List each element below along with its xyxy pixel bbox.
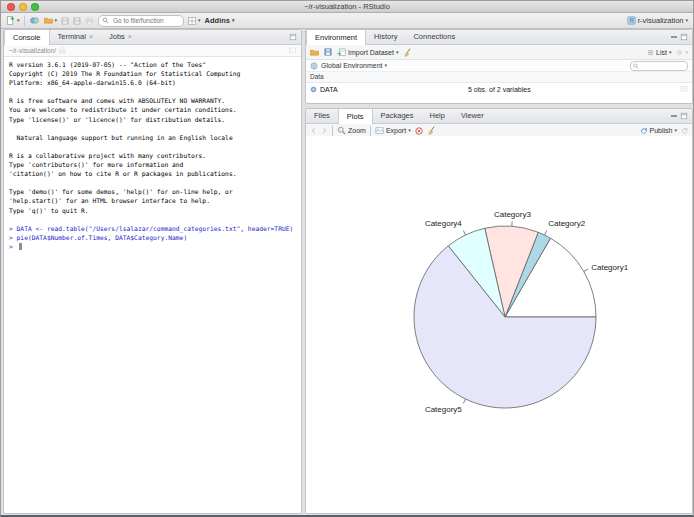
close-window-button[interactable] — [7, 3, 15, 11]
pie-label-tick — [544, 231, 546, 236]
remove-plot-button[interactable] — [415, 127, 423, 135]
pane-buttons — [671, 109, 692, 123]
tab-jobs[interactable]: Jobs × — [101, 30, 140, 44]
console-output[interactable]: R version 3.6.1 (2019-07-05) -- "Action … — [4, 57, 301, 254]
load-workspace-button[interactable] — [310, 48, 319, 57]
export-plot-button[interactable]: Export ▾ — [375, 126, 411, 135]
tab-console[interactable]: Console — [4, 30, 50, 45]
environment-object-row[interactable]: DATA 5 obs. of 2 variables — [306, 83, 692, 95]
clear-all-plots-button[interactable] — [427, 126, 436, 135]
new-file-button[interactable]: ▾ — [6, 16, 20, 25]
refresh-plot-button[interactable] — [681, 127, 688, 134]
maximize-pane-icon[interactable] — [680, 112, 688, 120]
tab-terminal[interactable]: Terminal × — [50, 30, 101, 44]
new-project-button[interactable] — [29, 16, 40, 25]
open-folder-icon — [310, 48, 319, 57]
save-all-button[interactable] — [73, 17, 81, 25]
minimize-pane-icon[interactable] — [671, 36, 677, 38]
tab-files[interactable]: Files — [306, 109, 338, 123]
working-directory-path[interactable]: ~/r-visualization/ — [9, 47, 56, 54]
zoom-lens-icon — [337, 126, 346, 135]
panes-icon — [188, 17, 196, 25]
save-workspace-button[interactable] — [324, 48, 332, 56]
project-menu-button[interactable]: r-visualization ▾ — [627, 16, 688, 25]
environment-search[interactable] — [630, 61, 688, 71]
console-cursor — [19, 243, 22, 250]
object-name[interactable]: DATA — [320, 86, 338, 93]
plots-tabbar: Files Plots Packages Help Viewer — [306, 109, 692, 124]
tab-environment-label: Environment — [315, 31, 357, 45]
tab-connections[interactable]: Connections — [405, 30, 463, 44]
environment-pane: Environment History Connections Impor — [305, 29, 693, 104]
environment-settings-button[interactable]: ▾ — [676, 49, 688, 56]
list-view-label: List — [656, 49, 667, 56]
save-button[interactable] — [61, 17, 69, 25]
tab-plots-label: Plots — [347, 110, 364, 124]
environment-scope-button[interactable]: Global Environment ▾ — [321, 62, 387, 69]
list-view-button[interactable]: List ▾ — [647, 49, 671, 56]
new-file-icon — [6, 16, 15, 25]
tab-viewer[interactable]: Viewer — [453, 109, 492, 123]
working-directory-bar: ~/r-visualization/ — [4, 45, 301, 57]
pane-layout-button[interactable]: ▾ — [188, 17, 201, 25]
console-line: R is a collaborative project with many c… — [9, 151, 296, 160]
minimize-window-button[interactable] — [19, 3, 27, 11]
open-working-dir-icon[interactable] — [59, 47, 66, 54]
open-file-button[interactable]: ▾ — [44, 16, 58, 25]
previous-plot-button[interactable] — [310, 127, 317, 134]
pie-chart: Category1Category2Category3Category4Cate… — [306, 136, 692, 513]
project-icon — [627, 16, 636, 25]
import-dataset-button[interactable]: Import Dataset ▾ — [337, 48, 398, 57]
save-icon — [324, 48, 332, 56]
close-tab-icon[interactable]: × — [128, 30, 132, 44]
console-line — [9, 142, 296, 151]
arrow-left-icon — [310, 127, 317, 134]
clear-environment-button[interactable] — [403, 48, 412, 57]
zoom-plot-button[interactable]: Zoom — [337, 126, 366, 135]
tab-help[interactable]: Help — [421, 109, 452, 123]
project-name: r-visualization — [638, 16, 684, 25]
console-line: 'citation()' on how to cite R or R packa… — [9, 169, 296, 178]
tab-history[interactable]: History — [366, 30, 405, 44]
export-image-icon — [375, 126, 384, 135]
zoom-window-button[interactable] — [31, 3, 39, 11]
title-bar: ~/r-visualization - RStudio — [1, 1, 693, 13]
tab-environment[interactable]: Environment — [306, 30, 366, 45]
arrow-right-icon — [321, 127, 328, 134]
maximize-pane-icon[interactable] — [680, 33, 688, 41]
dropdown-caret-icon: ▾ — [384, 63, 387, 68]
environment-toolbar: Import Dataset ▾ List ▾ ▾ — [306, 45, 692, 60]
goto-file-input[interactable] — [111, 16, 180, 25]
broom-icon — [403, 48, 412, 57]
addins-button[interactable]: Addins ▾ — [205, 16, 235, 25]
open-folder-icon — [44, 16, 53, 25]
table-grid-icon — [680, 85, 688, 93]
console-line: Type 'q()' to quit R. — [9, 206, 296, 215]
environment-search-input[interactable] — [641, 62, 685, 70]
environment-scope-row: Global Environment ▾ — [306, 60, 692, 72]
console-line: > pie(DATA$Number.of.Times, DATA$Categor… — [9, 233, 296, 242]
tab-plots[interactable]: Plots — [338, 109, 373, 124]
broom-icon — [427, 126, 436, 135]
view-data-button[interactable] — [680, 85, 688, 93]
data-object-icon — [310, 86, 317, 93]
window-title: ~/r-visualization - RStudio — [1, 1, 693, 12]
console-line: Type 'demo()' for some demos, 'help()' f… — [9, 187, 296, 196]
publish-plot-button[interactable]: Publish ▾ — [640, 127, 677, 135]
console-line — [9, 178, 296, 187]
tab-files-label: Files — [314, 109, 330, 123]
publish-icon — [640, 127, 648, 135]
pane-buttons — [671, 30, 692, 44]
print-button[interactable] — [85, 16, 94, 25]
close-tab-icon[interactable]: × — [89, 30, 93, 44]
goto-file-search[interactable] — [98, 15, 184, 27]
import-dataset-icon — [337, 48, 346, 57]
dropdown-caret-icon: ▾ — [674, 128, 677, 133]
minimize-pane-icon[interactable] — [671, 115, 677, 117]
plots-pane: Files Plots Packages Help Viewer — [305, 108, 693, 514]
toolbar-separator — [370, 126, 371, 136]
next-plot-button[interactable] — [321, 127, 328, 134]
tab-packages[interactable]: Packages — [373, 109, 422, 123]
dropdown-caret-icon: ▾ — [685, 50, 688, 55]
maximize-pane-icon[interactable] — [289, 33, 297, 41]
